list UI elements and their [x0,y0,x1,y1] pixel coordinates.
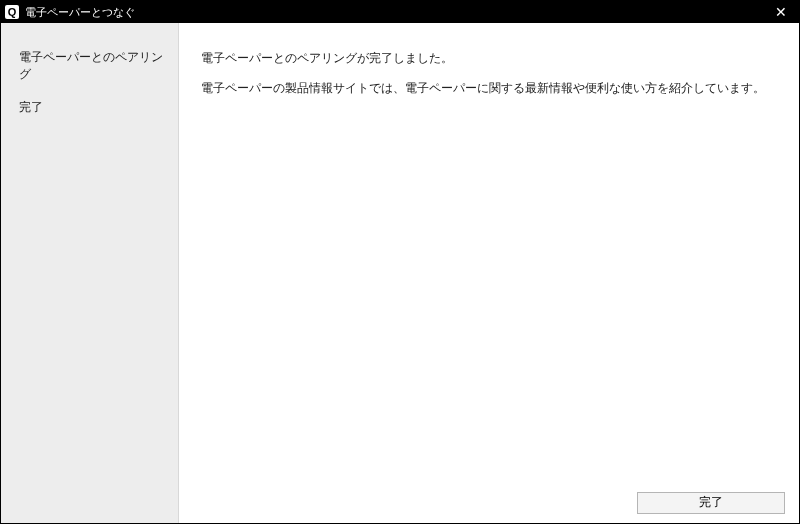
sidebar-item-label: 電子ペーパーとのペアリング [19,50,163,81]
message-line-1: 電子ペーパーとのペアリングが完了しました。 [201,49,771,67]
finish-button[interactable]: 完了 [637,492,785,514]
close-icon[interactable]: ✕ [767,1,795,23]
message-line-2: 電子ペーパーの製品情報サイトでは、電子ペーパーに関する最新情報や便利な使い方を紹… [201,79,771,97]
sidebar: 電子ペーパーとのペアリング 完了 [1,23,179,523]
content-pane: 電子ペーパーとのペアリングが完了しました。 電子ペーパーの製品情報サイトでは、電… [179,23,799,523]
window-title: 電子ペーパーとつなぐ [25,5,767,20]
sidebar-item-complete[interactable]: 完了 [1,91,178,124]
sidebar-item-label: 完了 [19,100,43,114]
titlebar: Q 電子ペーパーとつなぐ ✕ [1,1,799,23]
main-area: 電子ペーパーとのペアリング 完了 電子ペーパーとのペアリングが完了しました。 電… [1,23,799,523]
footer: 完了 [179,481,799,523]
content-body: 電子ペーパーとのペアリングが完了しました。 電子ペーパーの製品情報サイトでは、電… [179,23,799,481]
app-icon: Q [5,5,19,19]
sidebar-item-pairing[interactable]: 電子ペーパーとのペアリング [1,41,178,91]
